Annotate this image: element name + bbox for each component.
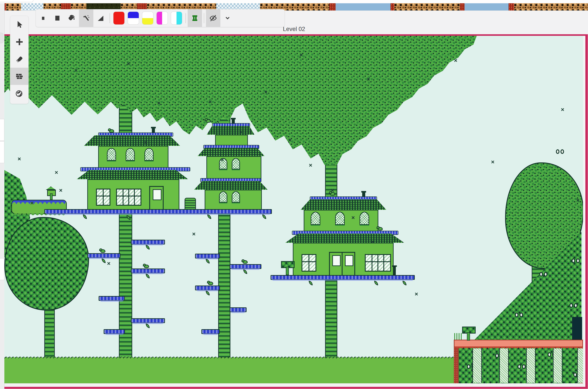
- strip-segment-rock[interactable]: [514, 3, 588, 10]
- house-roof[interactable]: [84, 135, 180, 146]
- chimney: [232, 118, 235, 124]
- more-menu[interactable]: [220, 9, 235, 27]
- sparkle-icon: [208, 100, 212, 104]
- sprout-icon: [243, 269, 247, 274]
- bird[interactable]: [377, 226, 383, 230]
- platform[interactable]: [44, 209, 272, 214]
- pagoda-roof[interactable]: [194, 181, 267, 190]
- platform[interactable]: [99, 296, 125, 301]
- sparkle-icon: [55, 171, 58, 174]
- strip-segment-sky[interactable]: [465, 3, 509, 10]
- door-window: [153, 189, 162, 200]
- vine-column: [577, 348, 583, 383]
- frame-tool[interactable]: [188, 9, 202, 27]
- pagoda-roof[interactable]: [198, 148, 265, 156]
- strip-segment-sky[interactable]: [336, 3, 390, 10]
- platform[interactable]: [270, 275, 415, 280]
- arched-window[interactable]: [107, 148, 116, 161]
- level-frame: [4, 34, 588, 389]
- house-roof[interactable]: [285, 234, 404, 243]
- fill-tool[interactable]: [65, 9, 79, 27]
- stamp-large-tool[interactable]: [50, 9, 65, 27]
- magic-wand-tool[interactable]: [79, 9, 93, 27]
- tree-crown[interactable]: [4, 217, 89, 310]
- square-window[interactable]: [116, 189, 141, 206]
- platform[interactable]: [201, 329, 220, 334]
- cave-doorway[interactable]: [572, 317, 582, 340]
- platform[interactable]: [230, 264, 261, 269]
- arched-window[interactable]: [359, 212, 369, 225]
- select-tool[interactable]: [10, 16, 28, 33]
- house-door[interactable]: [149, 186, 164, 211]
- tree-trunk[interactable]: [119, 90, 132, 359]
- square-window[interactable]: [301, 254, 316, 272]
- palette-blue-white[interactable]: [126, 9, 141, 27]
- pagoda-roof[interactable]: [207, 126, 254, 135]
- stamp-small-tool[interactable]: [36, 9, 50, 27]
- sign-pole: [286, 267, 289, 275]
- level-canvas[interactable]: [4, 36, 583, 383]
- arched-window[interactable]: [232, 191, 240, 203]
- bird[interactable]: [205, 118, 211, 123]
- palette-tool[interactable]: [10, 85, 28, 102]
- palette-white-yellow[interactable]: [141, 9, 155, 27]
- bird[interactable]: [143, 264, 149, 268]
- bird[interactable]: [207, 281, 213, 285]
- square-window[interactable]: [96, 189, 110, 206]
- platform[interactable]: [230, 307, 247, 312]
- house-door[interactable]: [329, 252, 343, 277]
- sparkle-icon: [491, 160, 494, 164]
- tiles-tool[interactable]: [10, 68, 28, 85]
- strip-segment-lava[interactable]: [329, 3, 336, 10]
- color-swatch: [128, 12, 139, 25]
- visibility-toggle[interactable]: [206, 9, 220, 27]
- lantern-post[interactable]: [46, 186, 56, 200]
- arched-window[interactable]: [145, 148, 154, 161]
- sparkle-icon: [288, 138, 292, 142]
- sparkle-icon: [192, 232, 196, 236]
- strip-segment-lava[interactable]: [4, 3, 6, 10]
- arched-window[interactable]: [126, 148, 135, 161]
- sparkle-icon: [371, 240, 374, 243]
- arched-window[interactable]: [335, 212, 345, 225]
- strip-segment-lava[interactable]: [390, 3, 394, 10]
- add-tool[interactable]: [10, 33, 28, 50]
- house-door[interactable]: [342, 252, 355, 277]
- arched-window[interactable]: [311, 212, 320, 225]
- eyes-decoration: [572, 259, 580, 263]
- arched-window[interactable]: [219, 191, 227, 203]
- eraser-tool[interactable]: [10, 50, 28, 68]
- square-window[interactable]: [365, 254, 391, 272]
- strip-segment-lava[interactable]: [509, 3, 514, 10]
- sprout-icon: [374, 281, 378, 285]
- left-gutter-tab[interactable]: [0, 33, 3, 43]
- bird[interactable]: [108, 128, 114, 133]
- bird[interactable]: [99, 248, 105, 253]
- bird[interactable]: [241, 259, 248, 264]
- strip-segment-rock[interactable]: [6, 3, 21, 10]
- pagoda-wall[interactable]: [215, 135, 248, 146]
- toolbar-separator: [110, 13, 110, 23]
- palette-white-cyan[interactable]: [169, 9, 184, 27]
- forest-canopy[interactable]: [4, 36, 583, 167]
- sparkle-icon: [367, 77, 370, 81]
- slope-tool[interactable]: [93, 9, 108, 27]
- platform[interactable]: [87, 253, 120, 258]
- platform[interactable]: [131, 240, 165, 244]
- platform[interactable]: [131, 268, 165, 273]
- eyes-decoration: [539, 272, 547, 277]
- arched-window[interactable]: [232, 158, 240, 169]
- palette-red[interactable]: [112, 9, 126, 27]
- cursor-icon: [15, 20, 24, 29]
- platform[interactable]: [104, 329, 125, 334]
- platform[interactable]: [195, 286, 220, 290]
- platform[interactable]: [195, 254, 220, 259]
- strip-segment-lava[interactable]: [460, 3, 465, 10]
- strip-segment-rock[interactable]: [394, 3, 460, 10]
- house-roof[interactable]: [77, 170, 188, 179]
- house-roof[interactable]: [301, 199, 386, 210]
- sparkle-icon: [309, 163, 312, 167]
- palette-magenta-white[interactable]: [155, 9, 169, 27]
- platform[interactable]: [131, 318, 165, 323]
- gutter-row: [0, 141, 4, 163]
